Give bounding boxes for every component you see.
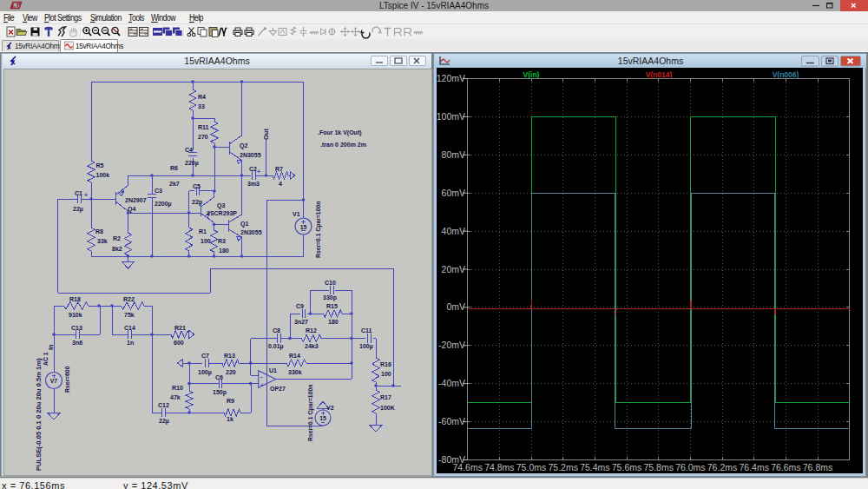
svg-text:24k3: 24k3 bbox=[305, 343, 319, 349]
svg-text:C7: C7 bbox=[201, 353, 209, 359]
svg-text:120mV: 120mV bbox=[437, 73, 465, 83]
svg-text:74.6ms: 74.6ms bbox=[452, 462, 482, 472]
svg-text:C12: C12 bbox=[158, 402, 169, 408]
svg-text:76.0ms: 76.0ms bbox=[675, 462, 705, 472]
svg-text:60mV: 60mV bbox=[442, 188, 465, 198]
svg-text:R3: R3 bbox=[218, 238, 226, 244]
svg-text:220µ: 220µ bbox=[185, 160, 199, 167]
svg-text:C11: C11 bbox=[361, 327, 372, 334]
svg-text:Rser=600: Rser=600 bbox=[64, 366, 70, 393]
svg-text:U1: U1 bbox=[269, 367, 277, 373]
svg-text:AC 1: AC 1 bbox=[43, 352, 49, 366]
svg-text:8k2: 8k2 bbox=[112, 246, 122, 252]
svg-text:R16: R16 bbox=[380, 361, 391, 367]
svg-text:Out: Out bbox=[262, 129, 270, 140]
svg-text:-40mV: -40mV bbox=[438, 378, 465, 388]
svg-text:In: In bbox=[47, 344, 55, 350]
svg-text:C3: C3 bbox=[155, 188, 162, 194]
svg-text:C5: C5 bbox=[193, 183, 201, 189]
svg-text:180: 180 bbox=[328, 319, 339, 325]
svg-text:2N2907: 2N2907 bbox=[125, 197, 147, 203]
svg-text:76.8ms: 76.8ms bbox=[803, 462, 832, 472]
svg-text:22µ: 22µ bbox=[73, 206, 83, 213]
svg-text:4: 4 bbox=[279, 181, 282, 187]
svg-text:100: 100 bbox=[381, 371, 391, 377]
svg-text:180: 180 bbox=[219, 248, 229, 254]
svg-text:2SCR293P: 2SCR293P bbox=[207, 210, 237, 216]
svg-text:15: 15 bbox=[300, 224, 307, 230]
svg-text:76.6ms: 76.6ms bbox=[771, 462, 800, 472]
svg-text:R17: R17 bbox=[380, 394, 391, 400]
svg-text:C2: C2 bbox=[249, 166, 257, 172]
svg-text:22p: 22p bbox=[192, 199, 202, 206]
svg-text:R5: R5 bbox=[96, 162, 104, 169]
svg-text:PULSE(-0.05 0.1 0 20u 20u 0.5m: PULSE(-0.05 0.1 0 20u 20u 0.5m 1m) bbox=[35, 358, 43, 471]
svg-text:R4: R4 bbox=[198, 94, 206, 100]
svg-text:47k: 47k bbox=[170, 394, 181, 400]
svg-text:3m3: 3m3 bbox=[247, 181, 260, 187]
svg-text:270: 270 bbox=[198, 134, 208, 140]
svg-text:R13: R13 bbox=[224, 353, 235, 359]
svg-text:Rser=0.1 Cpar=100n: Rser=0.1 Cpar=100n bbox=[315, 202, 322, 258]
svg-text:75.6ms: 75.6ms bbox=[612, 462, 641, 472]
svg-text:V1: V1 bbox=[293, 211, 300, 217]
svg-text:76.4ms: 76.4ms bbox=[739, 462, 768, 472]
svg-text:V(n006): V(n006) bbox=[773, 70, 799, 79]
svg-text:100k: 100k bbox=[96, 172, 110, 178]
svg-text:R8: R8 bbox=[95, 228, 103, 235]
svg-text:V2: V2 bbox=[326, 405, 334, 411]
svg-text:R6: R6 bbox=[170, 165, 178, 171]
svg-text:0.01µ: 0.01µ bbox=[268, 343, 284, 350]
svg-text:V(in): V(in) bbox=[523, 70, 540, 79]
svg-text:3n6: 3n6 bbox=[72, 340, 82, 346]
svg-text:100µ: 100µ bbox=[359, 343, 373, 350]
svg-text:-60mV: -60mV bbox=[438, 416, 465, 426]
svg-text:C14: C14 bbox=[124, 325, 135, 331]
svg-text:2N3055: 2N3055 bbox=[240, 229, 262, 235]
svg-text:C13: C13 bbox=[71, 325, 82, 331]
svg-text:R14: R14 bbox=[289, 353, 300, 359]
svg-text:75k: 75k bbox=[124, 312, 135, 318]
svg-text:75.2ms: 75.2ms bbox=[548, 462, 577, 472]
svg-text:100µ: 100µ bbox=[198, 369, 212, 376]
svg-text:R21: R21 bbox=[174, 325, 186, 331]
svg-text:R18: R18 bbox=[69, 296, 81, 302]
svg-text:C1: C1 bbox=[75, 190, 82, 196]
svg-text:20mV: 20mV bbox=[442, 264, 465, 274]
svg-text:Q2: Q2 bbox=[240, 142, 247, 149]
svg-text:75.4ms: 75.4ms bbox=[580, 462, 609, 472]
svg-text:Q1: Q1 bbox=[240, 221, 248, 228]
svg-text:R1: R1 bbox=[199, 228, 207, 235]
svg-text:V7: V7 bbox=[50, 378, 58, 384]
svg-text:2N3055: 2N3055 bbox=[240, 152, 261, 158]
svg-text:75.0ms: 75.0ms bbox=[516, 462, 546, 472]
svg-text:.Four 1k V(Out): .Four 1k V(Out) bbox=[318, 129, 362, 136]
svg-text:-20mV: -20mV bbox=[438, 340, 465, 350]
svg-text:80mV: 80mV bbox=[442, 149, 465, 160]
svg-text:V(n014): V(n014) bbox=[646, 70, 673, 79]
svg-text:1k: 1k bbox=[227, 416, 233, 422]
svg-text:Q3: Q3 bbox=[217, 202, 225, 209]
svg-text:2200µ: 2200µ bbox=[155, 201, 172, 208]
svg-text:1n: 1n bbox=[127, 340, 134, 346]
svg-text:33: 33 bbox=[198, 103, 205, 109]
svg-text:74.8ms: 74.8ms bbox=[484, 462, 514, 472]
svg-text:+: + bbox=[257, 169, 260, 175]
svg-text:100K: 100K bbox=[380, 405, 395, 411]
svg-text:R11: R11 bbox=[198, 124, 209, 130]
svg-text:R10: R10 bbox=[172, 385, 183, 391]
svg-text:100: 100 bbox=[201, 238, 211, 244]
svg-text:Rser=0.1 Cpar=100n: Rser=0.1 Cpar=100n bbox=[307, 385, 314, 441]
svg-text:600: 600 bbox=[174, 340, 184, 346]
svg-text:2k7: 2k7 bbox=[169, 181, 180, 187]
svg-text:76.2ms: 76.2ms bbox=[707, 462, 737, 472]
svg-text:15: 15 bbox=[319, 415, 326, 421]
svg-text:330p: 330p bbox=[323, 294, 337, 301]
svg-text:220: 220 bbox=[226, 369, 236, 375]
svg-text:22µ: 22µ bbox=[159, 418, 169, 425]
svg-text:Q4: Q4 bbox=[128, 206, 135, 213]
svg-text:C4: C4 bbox=[185, 147, 193, 153]
svg-text:150p: 150p bbox=[213, 389, 227, 396]
svg-text:910k: 910k bbox=[69, 312, 82, 318]
svg-text:330k: 330k bbox=[288, 369, 302, 375]
